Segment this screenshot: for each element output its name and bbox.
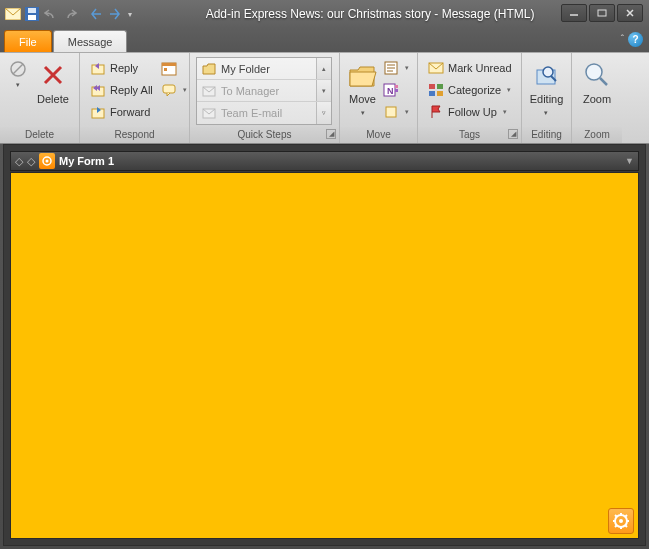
svg-rect-26 [429, 91, 435, 96]
collapse-ribbon-icon[interactable]: ˆ [621, 34, 624, 45]
svg-rect-13 [164, 68, 167, 71]
next-item-icon[interactable] [106, 5, 124, 23]
help-icon[interactable]: ? [628, 32, 643, 47]
form-nav-next-icon[interactable]: ◇ [27, 155, 35, 168]
tab-file[interactable]: File [4, 30, 52, 52]
group-label-move: Move [340, 127, 417, 143]
svg-line-41 [615, 515, 617, 517]
group-label-delete: Delete [0, 127, 79, 143]
form-header: ◇ ◇ My Form 1 ▼ [10, 151, 639, 171]
find-icon [531, 59, 563, 91]
previous-item-icon[interactable] [87, 5, 105, 23]
settings-gear-button[interactable] [608, 508, 634, 534]
envelope-icon[interactable] [4, 5, 22, 23]
quick-steps-gallery[interactable]: My Folder ▴ To Manager ▾ Team E-mail ▿ [196, 57, 332, 125]
mark-unread-button[interactable]: Mark Unread [424, 57, 516, 79]
actions-icon [383, 104, 399, 120]
group-editing: Editing▾ Editing [522, 53, 572, 143]
delete-icon [37, 59, 69, 91]
reply-icon [90, 60, 106, 76]
reply-button[interactable]: Reply [86, 57, 157, 79]
follow-up-button[interactable]: Follow Up▾ [424, 101, 516, 123]
quick-steps-dialog-launcher[interactable]: ◢ [326, 129, 336, 139]
undo-icon[interactable] [42, 5, 60, 23]
maximize-button[interactable] [589, 4, 615, 22]
svg-rect-27 [437, 91, 443, 96]
im-icon [161, 82, 177, 98]
delete-button[interactable]: Delete [33, 55, 73, 105]
close-button[interactable] [617, 4, 643, 22]
form-menu-icon[interactable]: ▼ [625, 156, 634, 166]
minimize-button[interactable] [561, 4, 587, 22]
actions-button[interactable]: ▾ [381, 101, 411, 123]
form-gear-icon [39, 153, 55, 169]
team-email-icon [201, 105, 217, 121]
group-delete: ▾ Delete Delete [0, 53, 80, 143]
quick-step-team-email[interactable]: Team E-mail ▿ [197, 102, 331, 124]
forward-button[interactable]: Forward [86, 101, 157, 123]
zoom-icon [581, 59, 613, 91]
ribbon-tabs: File Message ˆ ? [0, 28, 649, 52]
rules-icon [383, 60, 399, 76]
group-respond: Reply Reply All Forward ▾ [80, 53, 190, 143]
group-zoom: Zoom Zoom [572, 53, 622, 143]
forward-icon [90, 104, 106, 120]
svg-line-32 [600, 78, 607, 85]
save-icon[interactable] [23, 5, 41, 23]
svg-rect-25 [437, 84, 443, 89]
svg-point-34 [46, 160, 49, 163]
svg-line-7 [13, 64, 23, 74]
zoom-button[interactable]: Zoom [578, 55, 616, 105]
svg-rect-14 [163, 85, 175, 93]
title-bar: ▾ Add-in Express News: our Christmas sto… [0, 0, 649, 28]
group-label-editing: Editing [522, 127, 571, 143]
svg-text:N: N [387, 86, 394, 96]
ribbon: ▾ Delete Delete Reply Reply All [0, 52, 649, 144]
flag-icon [428, 104, 444, 120]
svg-point-29 [543, 67, 553, 77]
svg-line-42 [626, 526, 628, 528]
svg-rect-12 [162, 63, 176, 66]
tags-dialog-launcher[interactable]: ◢ [508, 129, 518, 139]
svg-rect-5 [598, 10, 606, 16]
mark-unread-icon [428, 60, 444, 76]
quick-step-my-folder[interactable]: My Folder ▴ [197, 58, 331, 80]
more-respond-button[interactable]: ▾ [159, 79, 189, 101]
svg-line-44 [626, 515, 628, 517]
junk-split-button[interactable]: ▾ [6, 55, 31, 89]
svg-rect-2 [28, 8, 36, 13]
gear-icon [612, 512, 630, 530]
group-quick-steps: My Folder ▴ To Manager ▾ Team E-mail ▿ Q… [190, 53, 340, 143]
form-title: My Form 1 [59, 155, 114, 167]
editing-button[interactable]: Editing▾ [528, 55, 565, 119]
svg-rect-22 [386, 107, 396, 117]
qat-dropdown-icon[interactable]: ▾ [125, 5, 135, 23]
group-label-tags: Tags◢ [418, 127, 521, 143]
form-nav-prev-icon[interactable]: ◇ [15, 155, 23, 168]
rules-button[interactable]: ▾ [381, 57, 411, 79]
form-body [10, 172, 639, 539]
meeting-button[interactable] [159, 57, 189, 79]
categorize-icon [428, 82, 444, 98]
to-manager-icon [201, 83, 217, 99]
svg-point-36 [619, 519, 623, 523]
group-label-zoom: Zoom [572, 127, 622, 143]
svg-rect-24 [429, 84, 435, 89]
quick-step-to-manager[interactable]: To Manager ▾ [197, 80, 331, 102]
group-move: Move▾ ▾ N ▾ Move [340, 53, 418, 143]
group-label-quick-steps: Quick Steps◢ [190, 127, 339, 143]
svg-rect-3 [28, 15, 36, 20]
reply-all-icon [90, 82, 106, 98]
categorize-button[interactable]: Categorize▾ [424, 79, 516, 101]
reply-all-button[interactable]: Reply All [86, 79, 157, 101]
move-icon [347, 59, 379, 91]
redo-icon[interactable] [61, 5, 79, 23]
move-button[interactable]: Move▾ [346, 55, 379, 119]
group-label-respond: Respond [80, 127, 189, 143]
group-tags: Mark Unread Categorize▾ Follow Up▾ Tags◢ [418, 53, 522, 143]
onenote-button[interactable]: N [381, 79, 411, 101]
tab-message[interactable]: Message [53, 30, 128, 52]
svg-rect-19 [395, 85, 398, 88]
folder-move-icon [201, 61, 217, 77]
svg-rect-20 [395, 89, 398, 92]
